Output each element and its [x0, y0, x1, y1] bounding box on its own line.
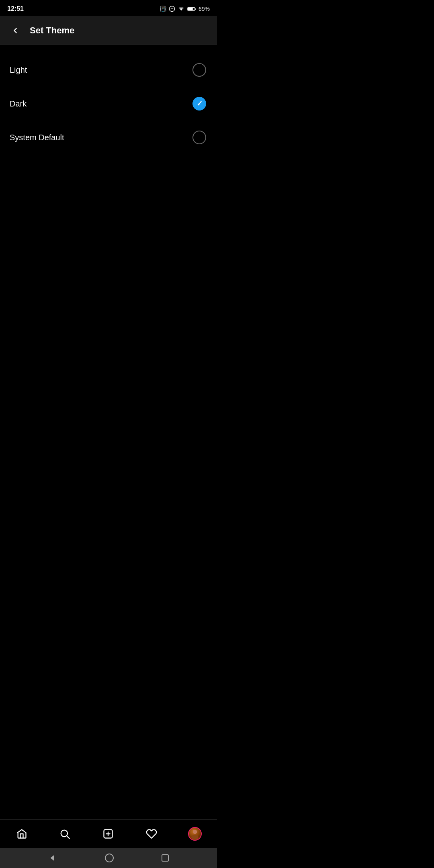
theme-label-light: Light	[10, 66, 27, 75]
radio-unchecked-system-default	[192, 131, 206, 144]
vibrate-icon: 📳	[160, 6, 166, 12]
svg-rect-3	[195, 8, 196, 9]
battery-icon	[187, 6, 196, 12]
radio-light[interactable]	[191, 62, 207, 78]
status-bar: 12:51 📳 69%	[0, 0, 217, 16]
theme-option-system-default[interactable]: System Default	[0, 121, 217, 154]
theme-label-dark: Dark	[10, 99, 27, 108]
radio-dark[interactable]: ✓	[191, 96, 207, 112]
theme-option-light[interactable]: Light	[0, 53, 217, 87]
radio-checked-dark: ✓	[192, 97, 206, 111]
status-time: 12:51	[7, 5, 24, 12]
wifi-icon	[178, 6, 185, 12]
back-button[interactable]	[7, 23, 23, 39]
radio-unchecked-light	[192, 63, 206, 77]
app-bar: Set Theme	[0, 16, 217, 45]
status-icons: 📳 69%	[160, 6, 210, 12]
svg-rect-4	[188, 8, 193, 10]
page-title: Set Theme	[30, 25, 74, 36]
theme-label-system-default: System Default	[10, 133, 64, 142]
battery-percent: 69%	[199, 6, 210, 12]
theme-option-dark[interactable]: Dark ✓	[0, 87, 217, 121]
radio-system-default[interactable]	[191, 129, 207, 145]
dnd-icon	[169, 6, 175, 12]
theme-options-list: Light Dark ✓ System Default	[0, 45, 217, 162]
checkmark-icon: ✓	[197, 99, 203, 108]
